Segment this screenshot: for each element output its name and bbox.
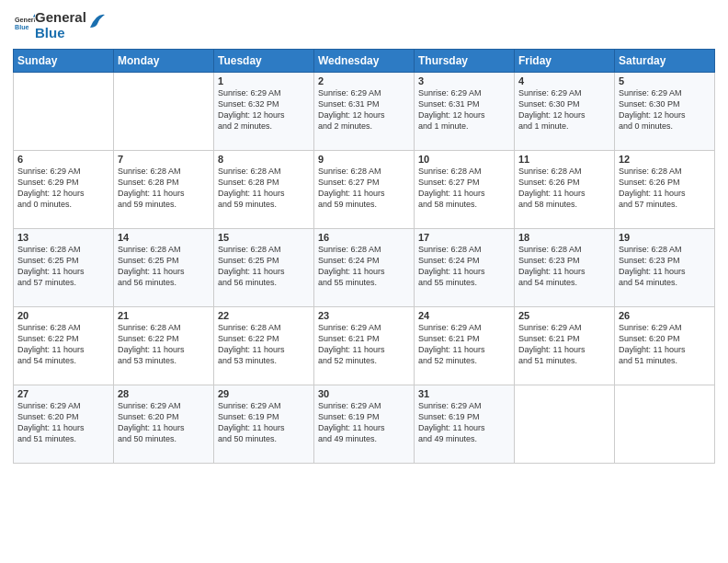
day-info: Sunrise: 6:28 AM Sunset: 6:23 PM Dayligh…	[619, 244, 711, 289]
day-info: Sunrise: 6:28 AM Sunset: 6:23 PM Dayligh…	[518, 244, 610, 289]
day-number: 3	[418, 75, 510, 86]
calendar-cell: 30Sunrise: 6:29 AM Sunset: 6:19 PM Dayli…	[314, 385, 415, 463]
calendar-week-row: 27Sunrise: 6:29 AM Sunset: 6:20 PM Dayli…	[14, 385, 715, 463]
col-thursday: Thursday	[415, 49, 515, 72]
day-info: Sunrise: 6:28 AM Sunset: 6:28 PM Dayligh…	[118, 166, 210, 211]
day-info: Sunrise: 6:29 AM Sunset: 6:19 PM Dayligh…	[218, 400, 310, 445]
day-info: Sunrise: 6:28 AM Sunset: 6:25 PM Dayligh…	[17, 244, 109, 289]
day-number: 11	[518, 154, 610, 165]
calendar-cell: 2Sunrise: 6:29 AM Sunset: 6:31 PM Daylig…	[314, 72, 415, 150]
day-number: 18	[518, 232, 610, 243]
calendar-week-row: 20Sunrise: 6:28 AM Sunset: 6:22 PM Dayli…	[14, 306, 715, 385]
calendar-cell: 16Sunrise: 6:28 AM Sunset: 6:24 PM Dayli…	[314, 228, 415, 306]
calendar-cell: 14Sunrise: 6:28 AM Sunset: 6:25 PM Dayli…	[114, 228, 214, 306]
day-number: 6	[17, 154, 109, 165]
col-wednesday: Wednesday	[314, 49, 415, 72]
day-number: 14	[118, 232, 210, 243]
calendar-table: Sunday Monday Tuesday Wednesday Thursday…	[13, 49, 715, 464]
day-info: Sunrise: 6:29 AM Sunset: 6:21 PM Dayligh…	[318, 322, 410, 367]
day-info: Sunrise: 6:29 AM Sunset: 6:32 PM Dayligh…	[218, 87, 310, 132]
day-number: 16	[318, 232, 410, 243]
calendar-cell: 29Sunrise: 6:29 AM Sunset: 6:19 PM Dayli…	[214, 385, 314, 463]
day-info: Sunrise: 6:29 AM Sunset: 6:30 PM Dayligh…	[619, 87, 711, 132]
day-number: 9	[318, 154, 410, 165]
calendar-cell: 18Sunrise: 6:28 AM Sunset: 6:23 PM Dayli…	[515, 228, 615, 306]
col-monday: Monday	[114, 49, 214, 72]
calendar-cell: 26Sunrise: 6:29 AM Sunset: 6:20 PM Dayli…	[615, 306, 715, 385]
day-number: 8	[218, 154, 310, 165]
day-number: 27	[17, 388, 109, 399]
day-info: Sunrise: 6:29 AM Sunset: 6:31 PM Dayligh…	[318, 87, 410, 132]
logo: General Blue General Blue	[13, 9, 105, 41]
logo-icon: General Blue	[15, 13, 35, 33]
day-info: Sunrise: 6:28 AM Sunset: 6:25 PM Dayligh…	[218, 244, 310, 289]
day-info: Sunrise: 6:28 AM Sunset: 6:24 PM Dayligh…	[418, 244, 510, 289]
day-number: 26	[619, 310, 711, 321]
calendar-cell: 25Sunrise: 6:29 AM Sunset: 6:21 PM Dayli…	[515, 306, 615, 385]
calendar-cell: 6Sunrise: 6:29 AM Sunset: 6:29 PM Daylig…	[14, 150, 114, 228]
day-number: 7	[118, 154, 210, 165]
day-info: Sunrise: 6:28 AM Sunset: 6:27 PM Dayligh…	[318, 166, 410, 211]
calendar-cell: 3Sunrise: 6:29 AM Sunset: 6:31 PM Daylig…	[415, 72, 515, 150]
day-info: Sunrise: 6:28 AM Sunset: 6:22 PM Dayligh…	[218, 322, 310, 367]
day-number: 2	[318, 75, 410, 86]
calendar-cell	[615, 385, 715, 463]
day-info: Sunrise: 6:28 AM Sunset: 6:28 PM Dayligh…	[218, 166, 310, 211]
day-info: Sunrise: 6:29 AM Sunset: 6:19 PM Dayligh…	[318, 400, 410, 445]
col-sunday: Sunday	[14, 49, 114, 72]
day-number: 24	[418, 310, 510, 321]
day-number: 22	[218, 310, 310, 321]
svg-text:Blue: Blue	[15, 24, 29, 31]
calendar-cell: 23Sunrise: 6:29 AM Sunset: 6:21 PM Dayli…	[314, 306, 415, 385]
day-info: Sunrise: 6:28 AM Sunset: 6:22 PM Dayligh…	[17, 322, 109, 367]
calendar-cell: 22Sunrise: 6:28 AM Sunset: 6:22 PM Dayli…	[214, 306, 314, 385]
calendar-cell: 19Sunrise: 6:28 AM Sunset: 6:23 PM Dayli…	[615, 228, 715, 306]
calendar-cell: 4Sunrise: 6:29 AM Sunset: 6:30 PM Daylig…	[515, 72, 615, 150]
day-info: Sunrise: 6:29 AM Sunset: 6:20 PM Dayligh…	[118, 400, 210, 445]
logo-bird-icon	[88, 11, 105, 29]
calendar-cell: 20Sunrise: 6:28 AM Sunset: 6:22 PM Dayli…	[14, 306, 114, 385]
calendar-cell: 12Sunrise: 6:28 AM Sunset: 6:26 PM Dayli…	[615, 150, 715, 228]
calendar-cell: 27Sunrise: 6:29 AM Sunset: 6:20 PM Dayli…	[14, 385, 114, 463]
day-number: 10	[418, 154, 510, 165]
calendar-cell	[114, 72, 214, 150]
day-number: 4	[518, 75, 610, 86]
day-number: 21	[118, 310, 210, 321]
logo-blue-text: Blue	[35, 25, 86, 40]
day-info: Sunrise: 6:28 AM Sunset: 6:26 PM Dayligh…	[619, 166, 711, 211]
day-number: 12	[619, 154, 711, 165]
day-number: 15	[218, 232, 310, 243]
calendar-cell: 13Sunrise: 6:28 AM Sunset: 6:25 PM Dayli…	[14, 228, 114, 306]
day-info: Sunrise: 6:29 AM Sunset: 6:31 PM Dayligh…	[418, 87, 510, 132]
calendar-cell: 28Sunrise: 6:29 AM Sunset: 6:20 PM Dayli…	[114, 385, 214, 463]
day-info: Sunrise: 6:29 AM Sunset: 6:21 PM Dayligh…	[418, 322, 510, 367]
page-header: General Blue General Blue	[13, 9, 715, 41]
day-number: 30	[318, 388, 410, 399]
day-number: 31	[418, 388, 510, 399]
calendar-cell	[515, 385, 615, 463]
day-info: Sunrise: 6:29 AM Sunset: 6:30 PM Dayligh…	[518, 87, 610, 132]
calendar-cell: 21Sunrise: 6:28 AM Sunset: 6:22 PM Dayli…	[114, 306, 214, 385]
day-number: 5	[619, 75, 711, 86]
col-friday: Friday	[515, 49, 615, 72]
day-info: Sunrise: 6:28 AM Sunset: 6:27 PM Dayligh…	[418, 166, 510, 211]
svg-text:General: General	[15, 17, 35, 24]
day-number: 28	[118, 388, 210, 399]
day-number: 17	[418, 232, 510, 243]
calendar-cell: 1Sunrise: 6:29 AM Sunset: 6:32 PM Daylig…	[214, 72, 314, 150]
day-number: 29	[218, 388, 310, 399]
calendar-cell: 9Sunrise: 6:28 AM Sunset: 6:27 PM Daylig…	[314, 150, 415, 228]
day-info: Sunrise: 6:29 AM Sunset: 6:20 PM Dayligh…	[619, 322, 711, 367]
calendar-cell: 7Sunrise: 6:28 AM Sunset: 6:28 PM Daylig…	[114, 150, 214, 228]
day-number: 13	[17, 232, 109, 243]
day-info: Sunrise: 6:28 AM Sunset: 6:22 PM Dayligh…	[118, 322, 210, 367]
day-number: 19	[619, 232, 711, 243]
day-number: 1	[218, 75, 310, 86]
calendar-week-row: 13Sunrise: 6:28 AM Sunset: 6:25 PM Dayli…	[14, 228, 715, 306]
day-number: 25	[518, 310, 610, 321]
day-info: Sunrise: 6:29 AM Sunset: 6:20 PM Dayligh…	[17, 400, 109, 445]
col-saturday: Saturday	[615, 49, 715, 72]
calendar-header-row: Sunday Monday Tuesday Wednesday Thursday…	[14, 49, 715, 72]
calendar-cell: 24Sunrise: 6:29 AM Sunset: 6:21 PM Dayli…	[415, 306, 515, 385]
calendar-cell: 31Sunrise: 6:29 AM Sunset: 6:19 PM Dayli…	[415, 385, 515, 463]
